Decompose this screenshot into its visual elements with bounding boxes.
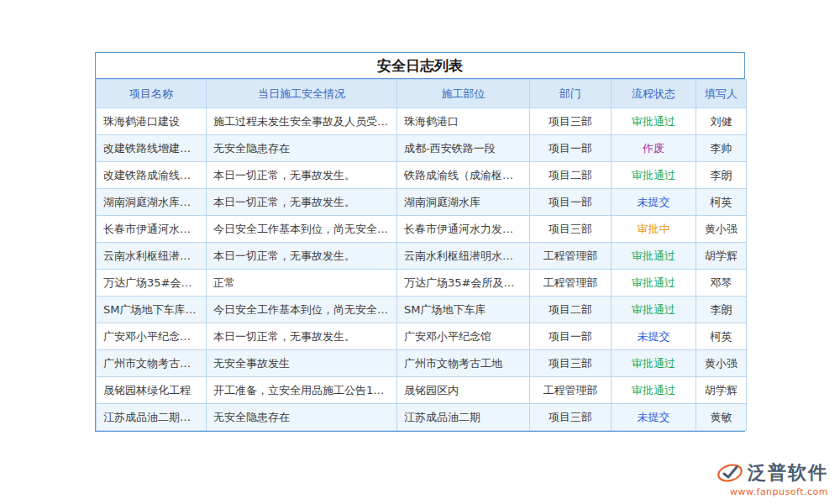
table-row: 长春市伊通河水力发...今日安全工作基本到位，尚无安全隐患...长春市伊通河水力… (97, 216, 747, 243)
writer-link[interactable]: 黄小强 (696, 350, 747, 377)
status-badge[interactable]: 未提交 (612, 323, 696, 350)
dept-cell: 项目三部 (530, 350, 612, 377)
column-header-status: 流程状态 (612, 80, 696, 108)
dept-cell: 项目三部 (530, 404, 612, 431)
location-cell: 铁路成渝线（成渝枢纽） (397, 162, 530, 189)
writer-link[interactable]: 刘健 (696, 108, 747, 135)
dept-cell: 项目一部 (530, 189, 612, 216)
table-row: SM广场地下车库更...今日安全工作基本到位，尚无安全隐患...SM广场地下车库… (97, 297, 747, 323)
status-badge[interactable]: 审批通过 (612, 108, 696, 135)
status-badge[interactable]: 审批通过 (612, 270, 696, 297)
brand-name: 泛普软件 (748, 460, 828, 486)
table-header-row: 项目名称当日施工安全情况施工部位部门流程状态填写人 (97, 80, 747, 108)
table-row: 江苏成品油二期项目...无安全隐患存在江苏成品油二期项目三部未提交黄敏 (97, 404, 747, 431)
project-link[interactable]: 广州市文物考古工地... (97, 350, 207, 377)
writer-link[interactable]: 李帅 (696, 135, 747, 162)
page-title: 安全日志列表 (96, 53, 744, 79)
safety-log-table: 项目名称当日施工安全情况施工部位部门流程状态填写人 珠海鹤港口建设施工过程未发生… (96, 79, 747, 431)
location-cell: 湖南洞庭湖水库 (397, 189, 530, 216)
safety-cell: 开工准备，立安全用品施工公告10个，... (207, 377, 397, 404)
writer-link[interactable]: 黄小强 (696, 216, 747, 243)
project-link[interactable]: SM广场地下车库更... (97, 297, 207, 323)
location-cell: 长春市伊通河水力发电厂 (397, 216, 530, 243)
dept-cell: 项目三部 (530, 108, 612, 135)
safety-cell: 无安全隐患存在 (207, 404, 397, 431)
writer-link[interactable]: 黄敏 (696, 404, 747, 431)
status-badge[interactable]: 作废 (612, 135, 696, 162)
project-link[interactable]: 珠海鹤港口建设 (97, 108, 207, 135)
dept-cell: 项目二部 (530, 297, 612, 323)
writer-link[interactable]: 柯英 (696, 323, 747, 350)
safety-cell: 本日一切正常，无事故发生。 (207, 243, 397, 270)
status-badge[interactable]: 审批通过 (612, 377, 696, 404)
location-cell: 万达广场35#会所及咖啡厅 (397, 270, 530, 297)
location-cell: 珠海鹤港口 (397, 108, 530, 135)
dept-cell: 工程管理部 (530, 243, 612, 270)
table-row: 湖南洞庭湖水库引水...本日一切正常，无事故发生。湖南洞庭湖水库项目一部未提交柯… (97, 189, 747, 216)
safety-cell: 本日一切正常，无事故发生。 (207, 162, 397, 189)
location-cell: 广安邓小平纪念馆 (397, 323, 530, 350)
location-cell: 晟铭园区内 (397, 377, 530, 404)
dept-cell: 项目一部 (530, 323, 612, 350)
dept-cell: 工程管理部 (530, 270, 612, 297)
brand-website: www.fanpusoft.com (716, 486, 828, 497)
table-row: 万达广场35#会所及...正常万达广场35#会所及咖啡厅工程管理部审批通过邓琴 (97, 270, 747, 297)
safety-cell: 无安全隐患存在 (207, 135, 397, 162)
project-link[interactable]: 万达广场35#会所及... (97, 270, 207, 297)
dept-cell: 工程管理部 (530, 377, 612, 404)
project-link[interactable]: 云南水利枢纽潜明水... (97, 243, 207, 270)
project-link[interactable]: 湖南洞庭湖水库引水... (97, 189, 207, 216)
safety-cell: 正常 (207, 270, 397, 297)
dept-cell: 项目三部 (530, 216, 612, 243)
column-header-project: 项目名称 (97, 80, 207, 108)
project-link[interactable]: 长春市伊通河水力发... (97, 216, 207, 243)
location-cell: 云南水利枢纽潜明水库一期 (397, 243, 530, 270)
column-header-dept: 部门 (530, 80, 612, 108)
dept-cell: 项目一部 (530, 135, 612, 162)
project-link[interactable]: 江苏成品油二期项目... (97, 404, 207, 431)
safety-cell: 本日一切正常，无事故发生。 (207, 189, 397, 216)
status-badge[interactable]: 未提交 (612, 404, 696, 431)
table-row: 珠海鹤港口建设施工过程未发生安全事故及人员受伤情况珠海鹤港口项目三部审批通过刘健 (97, 108, 747, 135)
table-row: 广州市文物考古工地...无安全事故发生广州市文物考古工地项目三部审批通过黄小强 (97, 350, 747, 377)
location-cell: 广州市文物考古工地 (397, 350, 530, 377)
dept-cell: 项目二部 (530, 162, 612, 189)
brand-footer: 泛普软件 www.fanpusoft.com (716, 460, 828, 497)
project-link[interactable]: 改建铁路线增建第二... (97, 135, 207, 162)
writer-link[interactable]: 李朗 (696, 162, 747, 189)
safety-cell: 本日一切正常，无事故发生。 (207, 323, 397, 350)
safety-cell: 今日安全工作基本到位，尚无安全隐患... (207, 216, 397, 243)
safety-cell: 今日安全工作基本到位，尚无安全隐患... (207, 297, 397, 323)
location-cell: 成都-西安铁路一段 (397, 135, 530, 162)
table-row: 晟铭园林绿化工程开工准备，立安全用品施工公告10个，...晟铭园区内工程管理部审… (97, 377, 747, 404)
safety-log-report: 安全日志列表 项目名称当日施工安全情况施工部位部门流程状态填写人 珠海鹤港口建设… (95, 52, 745, 432)
status-badge[interactable]: 审批通过 (612, 162, 696, 189)
project-link[interactable]: 改建铁路成渝线增建... (97, 162, 207, 189)
table-row: 改建铁路线增建第二...无安全隐患存在成都-西安铁路一段项目一部作废李帅 (97, 135, 747, 162)
table-row: 广安邓小平纪念馆安...本日一切正常，无事故发生。广安邓小平纪念馆项目一部未提交… (97, 323, 747, 350)
column-header-writer: 填写人 (696, 80, 747, 108)
safety-cell: 无安全事故发生 (207, 350, 397, 377)
writer-link[interactable]: 胡学辉 (696, 377, 747, 404)
table-row: 云南水利枢纽潜明水...本日一切正常，无事故发生。云南水利枢纽潜明水库一期工程管… (97, 243, 747, 270)
column-header-safety: 当日施工安全情况 (207, 80, 397, 108)
project-link[interactable]: 晟铭园林绿化工程 (97, 377, 207, 404)
project-link[interactable]: 广安邓小平纪念馆安... (97, 323, 207, 350)
writer-link[interactable]: 李朗 (696, 297, 747, 323)
column-header-location: 施工部位 (397, 80, 530, 108)
safety-cell: 施工过程未发生安全事故及人员受伤情况 (207, 108, 397, 135)
status-badge[interactable]: 审批通过 (612, 350, 696, 377)
writer-link[interactable]: 胡学辉 (696, 243, 747, 270)
status-badge[interactable]: 审批通过 (612, 243, 696, 270)
location-cell: 江苏成品油二期 (397, 404, 530, 431)
status-badge[interactable]: 审批中 (612, 216, 696, 243)
status-badge[interactable]: 未提交 (612, 189, 696, 216)
writer-link[interactable]: 邓琴 (696, 270, 747, 297)
table-row: 改建铁路成渝线增建...本日一切正常，无事故发生。铁路成渝线（成渝枢纽）项目二部… (97, 162, 747, 189)
writer-link[interactable]: 柯英 (696, 189, 747, 216)
location-cell: SM广场地下车库 (397, 297, 530, 323)
status-badge[interactable]: 审批通过 (612, 297, 696, 323)
fanpu-logo-icon (716, 461, 744, 485)
